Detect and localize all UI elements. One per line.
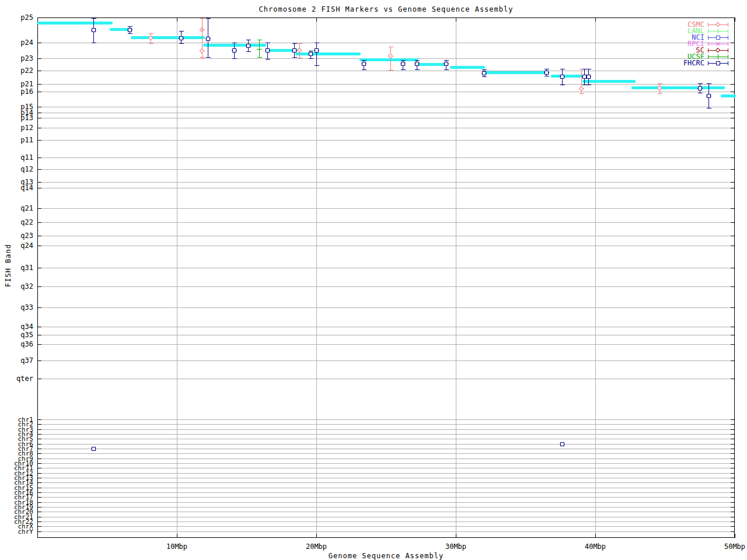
legend-sample-cap-r (728, 42, 728, 46)
y-tick-right-chr11 (731, 468, 735, 468)
y-tick-chr19 (37, 507, 41, 508)
y-tick-p14 (37, 113, 41, 113)
y-tick-q35 (37, 335, 41, 335)
point-fhcrc-yerr-cap-top (179, 31, 184, 32)
point-fhcrc-yerr-cap-top (544, 69, 549, 69)
x-axis-label: Genome Sequence Assembly (37, 552, 735, 560)
y-tick-chr1 (37, 419, 41, 420)
point-fhcrc-yerr-cap-top (587, 69, 591, 69)
point-fhcrc-yerr-cap-bot (266, 59, 270, 60)
point-fhcrc-yerr-cap-bot (560, 85, 565, 85)
y-tick-label-p16: p16 (0, 88, 33, 95)
y-tick-right-p23 (731, 58, 735, 59)
y-tick-p22 (37, 71, 41, 71)
point-fhcrc-yerr-cap-bot (246, 51, 251, 52)
y-tick-right-q24 (731, 246, 735, 246)
y-tick-q11 (37, 158, 41, 158)
point-ucsf-yerr-cap-top (257, 40, 262, 40)
x-tick-20Mbp (316, 534, 317, 538)
x-tick-top-30Mbp (456, 18, 456, 22)
y-tick-q37 (37, 360, 41, 361)
y-tick-right-q31 (731, 268, 735, 268)
y-tick-label-q22: q22 (0, 219, 33, 226)
y-tick-q34 (37, 327, 41, 327)
point-fhcrc-marker-square (128, 28, 132, 32)
x-tick-30Mbp (456, 534, 456, 538)
y-tick-label-q21: q21 (0, 205, 33, 212)
y-tick-q22 (37, 222, 41, 223)
point-fhcrc-marker-square (560, 75, 564, 79)
y-tick-q32 (37, 286, 41, 287)
plot-border (37, 18, 735, 538)
point-fhcrc-marker-square (698, 86, 702, 90)
y-tick-chr15 (37, 488, 41, 488)
point-fhcrc-yerr-cap-top (362, 60, 366, 61)
y-tick-right-chr4 (731, 434, 735, 435)
y-tick-q24 (37, 246, 41, 246)
point-fhcrc-marker-square (179, 36, 183, 40)
y-tick-p24 (37, 43, 41, 43)
y-tick-right-chr2 (731, 424, 735, 425)
y-tick-right-p14 (731, 113, 735, 113)
y-tick-chr7 (37, 449, 41, 449)
assembly-segment (417, 63, 445, 66)
x-tick-label-20Mbp: 20Mbp (293, 543, 340, 550)
legend-sample-cap-r (728, 23, 728, 27)
point-ucsf-yerr-cap-bot (257, 57, 262, 58)
y-tick-label-q33: q33 (0, 304, 33, 311)
point-fhcrc-marker-square (544, 71, 549, 75)
legend-sample-cap-l (708, 55, 708, 59)
y-tick-label-q11: q11 (0, 154, 33, 161)
assembly-segment (551, 75, 584, 78)
y-tick-p15 (37, 107, 41, 107)
point-fhcrc-yerr-cap-bot (232, 58, 237, 59)
y-tick-q31 (37, 268, 41, 268)
y-tick-p16 (37, 92, 41, 92)
legend-sample-cap-l (708, 36, 708, 40)
y-tick-right-chr7 (731, 449, 735, 449)
y-tick-chr5 (37, 439, 41, 439)
y-tick-right-q33 (731, 307, 735, 308)
point-fhcrc-marker-square (92, 447, 96, 451)
x-tick-50Mbp (735, 534, 735, 538)
legend-sample-cap-r (728, 48, 728, 52)
legend-nci-marker-square (716, 36, 720, 40)
point-fhcrc-yerr-cap-top (315, 43, 319, 43)
y-tick-right-p21 (731, 84, 735, 85)
point-csmc-yerr-cap-top (389, 47, 393, 47)
point-csmc-yerr-cap-top (149, 33, 153, 34)
assembly-segment (131, 36, 205, 39)
point-fhcrc-yerr (316, 43, 317, 65)
point-fhcrc-marker-square (246, 44, 250, 48)
assembly-segment (484, 71, 549, 74)
y-tick-label-q31: q31 (0, 264, 33, 271)
x-tick-label-10Mbp: 10Mbp (153, 543, 200, 550)
y-tick-right-p13 (731, 118, 735, 118)
y-tick-chr3 (37, 429, 41, 430)
point-fhcrc-yerr-cap-bot (587, 85, 591, 85)
point-fhcrc-marker-square (362, 62, 366, 66)
y-tick-chr2 (37, 424, 41, 425)
point-fhcrc-yerr-cap-bot (444, 69, 449, 70)
y-tick-chr17 (37, 497, 41, 498)
y-tick-label-q24: q24 (0, 242, 33, 249)
chart-title: Chromosome 2 FISH Markers vs Genome Sequ… (37, 5, 735, 13)
point-csmc-yerr-cap-bot (658, 93, 662, 94)
y-tick-right-chr5 (731, 439, 735, 439)
point-fhcrc-yerr-cap-top (246, 40, 251, 40)
y-tick-label-p25: p25 (0, 14, 33, 21)
y-tick-chr13 (37, 478, 41, 478)
assembly-segment (582, 80, 636, 83)
y-tick-q12 (37, 169, 41, 170)
y-tick-right-chr10 (731, 463, 735, 464)
y-tick-chr21 (37, 517, 41, 517)
y-tick-right-chr6 (731, 444, 735, 444)
y-tick-right-chr21 (731, 517, 735, 517)
y-tick-right-q37 (731, 360, 735, 361)
point-fhcrc-yerr-cap-top (266, 43, 270, 43)
point-fhcrc-yerr-cap-bot (401, 69, 406, 70)
y-tick-right-q13 (731, 182, 735, 183)
point-fhcrc-marker-square (309, 52, 313, 56)
y-tick-label-p11: p11 (0, 136, 33, 144)
y-tick-chr11 (37, 468, 41, 468)
